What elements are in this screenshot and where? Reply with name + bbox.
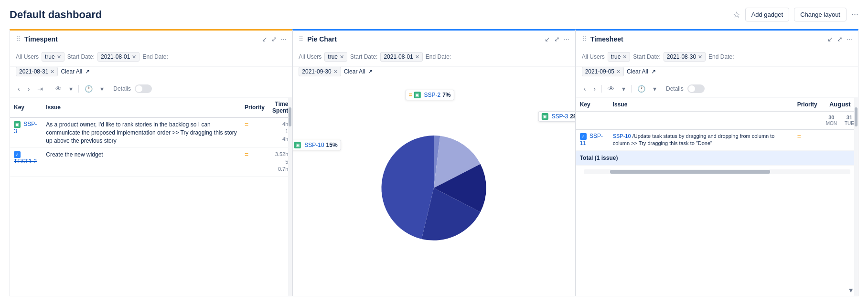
priority-medium-icon: = xyxy=(245,121,248,128)
expand-icon3[interactable]: ⤢ xyxy=(837,35,843,43)
timesheet-actions: ↙ ⤢ ··· xyxy=(827,35,852,43)
next-page-button[interactable]: › xyxy=(26,84,32,94)
time-dropdown-icon[interactable]: ▾ xyxy=(98,84,106,94)
ssp3-pct: 28 xyxy=(570,113,575,120)
external-link-icon[interactable]: ↗ xyxy=(85,68,90,75)
last-page-button[interactable]: ⇥ xyxy=(35,84,45,94)
pie-all-users-remove[interactable]: ✕ xyxy=(340,54,344,60)
drag-handle-icon3[interactable]: ⠿ xyxy=(582,35,587,43)
pie-end-date-remove[interactable]: ✕ xyxy=(333,69,338,75)
test12-link[interactable]: TEST1-2 xyxy=(14,158,37,165)
separator2 xyxy=(78,85,79,93)
col-key-header: Key xyxy=(10,98,42,117)
ssp3-pie-link[interactable]: SSP-3 xyxy=(552,113,568,120)
story-icon: ▣ xyxy=(14,121,21,128)
pie-clear-all-button[interactable]: Clear All xyxy=(344,68,365,75)
ts-start-date-remove[interactable]: ✕ xyxy=(698,54,702,60)
timespent-filters: All Users true ✕ Start Date: 2021-08-01 … xyxy=(10,47,292,67)
ts-down-arrow[interactable]: ▼ xyxy=(847,286,854,294)
pie-start-date-remove[interactable]: ✕ xyxy=(415,54,419,60)
ts-start-date-label: Start Date: xyxy=(633,53,660,60)
task-icon: ✓ xyxy=(14,151,21,158)
table-row: ✓ SSP-11 SSP-10 /Update task status by d… xyxy=(576,129,858,150)
expand-icon[interactable]: ⤢ xyxy=(271,35,277,43)
start-date-tag: 2021-08-01 ✕ xyxy=(97,52,139,62)
add-gadget-button[interactable]: Add gadget xyxy=(745,8,790,21)
piechart-actions: ↙ ⤢ ··· xyxy=(545,35,569,43)
timesheet-table: Key Issue Priority August 30MON 31TUE xyxy=(576,98,858,166)
ts-view-icon[interactable]: 👁 xyxy=(606,84,616,94)
horiz-scrollbar-thumb xyxy=(610,170,770,174)
pie-end-date-tag: 2021-09-30 ✕ xyxy=(299,67,341,76)
ts-all-users-remove[interactable]: ✕ xyxy=(622,54,627,60)
more-options-icon[interactable]: ··· xyxy=(851,10,858,20)
timespent-menu-icon[interactable]: ··· xyxy=(281,35,287,43)
minimize-icon3[interactable]: ↙ xyxy=(827,35,833,43)
timesheet-menu-icon[interactable]: ··· xyxy=(847,35,852,43)
star-icon[interactable]: ☆ xyxy=(733,10,740,20)
task-icon-ts: ✓ xyxy=(580,133,587,140)
ts-scrollbar-area xyxy=(576,166,858,178)
view-icon[interactable]: 👁 xyxy=(53,84,64,94)
ts-day30: 30MON xyxy=(822,111,841,129)
timespent-title: Timespent xyxy=(24,35,262,43)
prev-page-button[interactable]: ‹ xyxy=(16,84,22,94)
clear-all-button[interactable]: Clear All xyxy=(61,68,82,75)
timespent-toolbar: ‹ › ⇥ 👁 ▾ 🕐 ▾ Details xyxy=(10,80,292,98)
timesheet-title: Timesheet xyxy=(590,35,828,43)
ts-issue-header: Issue xyxy=(609,98,793,111)
ts-row1-day30 xyxy=(822,129,841,150)
ts-external-link-icon[interactable]: ↗ xyxy=(651,68,656,75)
all-users-remove[interactable]: ✕ xyxy=(57,54,61,60)
change-layout-button[interactable]: Change layout xyxy=(794,8,847,21)
col-priority-header: Priority xyxy=(241,98,268,117)
story-icon-pie10: ▣ xyxy=(294,142,301,148)
end-date-label: End Date: xyxy=(142,53,168,60)
row1-key: ▣ SSP-3 xyxy=(10,117,42,148)
ts-sep1 xyxy=(601,85,602,93)
ts-end-date-remove[interactable]: ✕ xyxy=(616,69,621,75)
drag-handle-icon2[interactable]: ⠿ xyxy=(299,35,303,43)
piechart-header: ⠿ Pie Chart ↙ ⤢ ··· xyxy=(293,31,575,47)
ssp10-pie-link[interactable]: SSP-10 xyxy=(304,142,324,148)
pie-all-users-tag: true ✕ xyxy=(324,52,347,62)
ts-view-dropdown[interactable]: ▾ xyxy=(620,84,627,94)
ts-key-sub xyxy=(576,111,609,129)
table-row: ▣ SSP-3 As a product owner, I'd like to … xyxy=(10,117,292,148)
toggle-knob xyxy=(136,85,142,92)
timesheet-filter-row2: 2021-09-05 ✕ Clear All ↗ xyxy=(576,67,858,80)
minimize-icon[interactable]: ↙ xyxy=(262,35,268,43)
vertical-scrollbar[interactable] xyxy=(288,98,292,296)
details-toggle[interactable] xyxy=(135,84,152,93)
ts-clear-all-button[interactable]: Clear All xyxy=(627,68,648,75)
row2-key: ✓ TEST1-2 xyxy=(10,148,42,176)
ts-next-button[interactable]: › xyxy=(591,84,598,94)
view-dropdown-icon[interactable]: ▾ xyxy=(67,84,75,94)
ts-prev-button[interactable]: ‹ xyxy=(582,84,588,94)
ts-details-toggle[interactable] xyxy=(687,84,705,93)
pie-start-date-label: Start Date: xyxy=(350,53,377,60)
separator1 xyxy=(49,85,49,93)
ssp10-sub-link[interactable]: SSP-10 xyxy=(613,133,631,139)
pie-all-users-label: All Users xyxy=(299,53,321,60)
ts-start-date-tag: 2021-08-30 ✕ xyxy=(664,52,706,62)
row2-priority: = xyxy=(241,148,268,176)
start-date-remove[interactable]: ✕ xyxy=(132,54,136,60)
ts-row1-key: ✓ SSP-11 xyxy=(576,129,609,150)
table-row: ✓ TEST1-2 Create the new widget = 3.52h5… xyxy=(10,148,292,176)
time-icon[interactable]: 🕐 xyxy=(83,84,95,94)
horizontal-scrollbar[interactable] xyxy=(584,169,850,174)
end-date-remove[interactable]: ✕ xyxy=(50,69,54,75)
ts-end-date-label: End Date: xyxy=(708,53,734,60)
ts-time-icon[interactable]: 🕐 xyxy=(635,84,647,94)
drag-handle-icon[interactable]: ⠿ xyxy=(16,35,21,43)
ssp2-pie-link[interactable]: SSP-2 xyxy=(424,92,440,98)
pie-external-link-icon[interactable]: ↗ xyxy=(368,68,373,75)
minimize-icon2[interactable]: ↙ xyxy=(545,35,550,43)
piechart-menu-icon[interactable]: ··· xyxy=(564,35,569,43)
expand-icon2[interactable]: ⤢ xyxy=(554,35,560,43)
ts-issue-sub xyxy=(609,111,793,129)
col-issue-header: Issue xyxy=(42,98,241,117)
ts-vertical-scrollbar[interactable] xyxy=(854,98,858,296)
ts-time-dropdown[interactable]: ▾ xyxy=(651,84,658,94)
